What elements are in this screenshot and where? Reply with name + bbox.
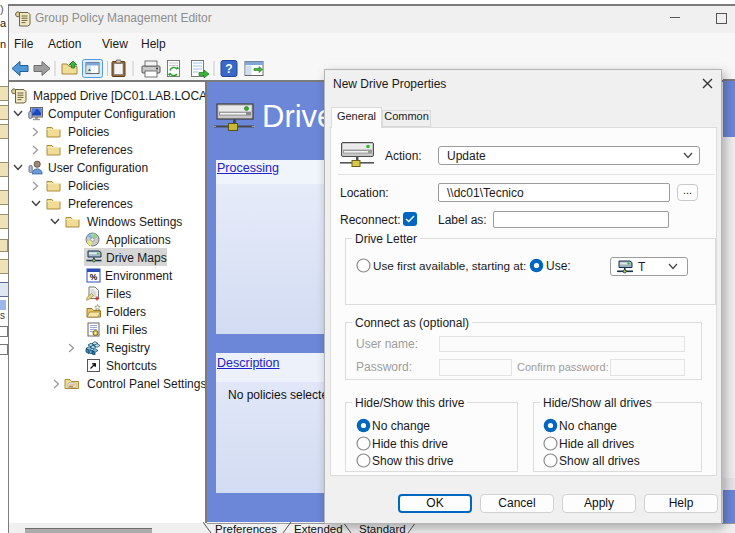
- svg-text:%: %: [90, 272, 98, 282]
- svg-text:?: ?: [225, 62, 232, 76]
